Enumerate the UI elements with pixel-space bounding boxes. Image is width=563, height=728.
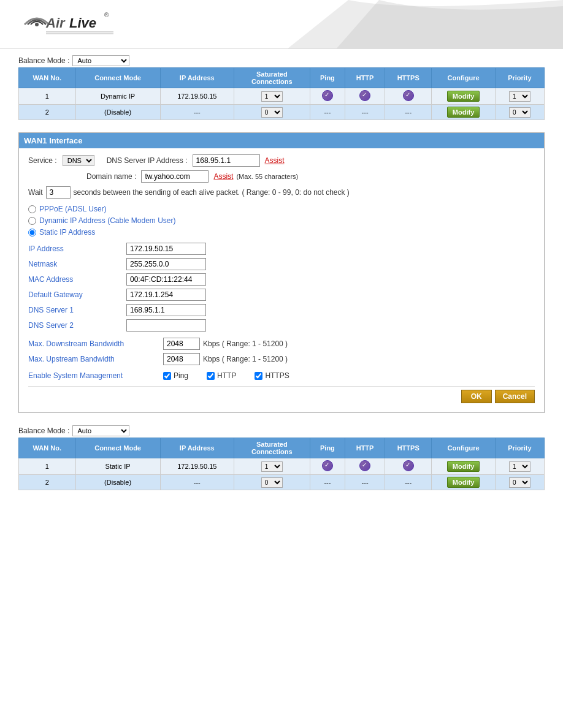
dns2-field[interactable] bbox=[126, 319, 206, 332]
bot-ping-2: --- bbox=[310, 475, 345, 490]
bot-saturated-select-2[interactable]: 01 bbox=[261, 477, 283, 488]
saturated-1[interactable]: 123 bbox=[234, 88, 310, 105]
bot-saturated-select-1[interactable]: 12 bbox=[261, 461, 283, 472]
bot-col-connect-mode: Connect Mode bbox=[75, 438, 160, 458]
netmask-field[interactable] bbox=[126, 258, 206, 270]
bot-priority-1[interactable]: 12 bbox=[495, 458, 544, 475]
wait-label: Wait bbox=[28, 188, 43, 197]
logo-area: Air Live ® bbox=[12, 6, 123, 45]
col-configure: Configure bbox=[432, 68, 495, 88]
dynamic-ip-radio[interactable] bbox=[28, 217, 36, 225]
dns-server-ip-input[interactable] bbox=[193, 154, 260, 167]
bot-col-https: HTTPS bbox=[385, 438, 432, 458]
http-checkbox[interactable] bbox=[207, 372, 215, 380]
dynamic-ip-label: Dynamic IP Address (Cable Modem User) bbox=[39, 216, 176, 225]
col-saturated: SaturatedConnections bbox=[234, 68, 310, 88]
bot-modify-btn-2[interactable]: Modify bbox=[447, 477, 480, 488]
priority-1[interactable]: 123 bbox=[495, 88, 544, 105]
svg-text:Live: Live bbox=[69, 15, 96, 31]
default-gateway-field[interactable] bbox=[126, 289, 206, 301]
bot-http-2: --- bbox=[345, 475, 385, 490]
bot-saturated-1[interactable]: 12 bbox=[234, 458, 310, 475]
bot-https-2: --- bbox=[385, 475, 432, 490]
table-row: 2 (Disable) --- 01 --- --- --- Modify 01 bbox=[19, 105, 545, 120]
col-ping: Ping bbox=[310, 68, 345, 88]
bot-ip-address-2: --- bbox=[160, 475, 234, 490]
saturated-select-2[interactable]: 01 bbox=[261, 107, 283, 118]
priority-select-2[interactable]: 01 bbox=[509, 107, 530, 118]
mgmt-checks: Ping HTTP HTTPS bbox=[163, 371, 289, 380]
bottom-wan-table: WAN No. Connect Mode IP Address Saturate… bbox=[18, 438, 545, 490]
dns-server-ip-label: DNS Server IP Address : bbox=[107, 156, 188, 165]
connect-mode-1: Dynamic IP bbox=[75, 88, 160, 105]
bot-configure-2[interactable]: Modify bbox=[432, 475, 495, 490]
bot-connect-mode-2: (Disable) bbox=[75, 475, 160, 490]
bot-col-priority: Priority bbox=[495, 438, 544, 458]
mac-address-field[interactable] bbox=[126, 273, 206, 286]
bot-saturated-2[interactable]: 01 bbox=[234, 475, 310, 490]
ok-button[interactable]: OK bbox=[461, 390, 492, 403]
bot-col-ping: Ping bbox=[310, 438, 345, 458]
modify-btn-1[interactable]: Modify bbox=[447, 91, 480, 102]
https-1 bbox=[385, 88, 432, 105]
configure-2[interactable]: Modify bbox=[432, 105, 495, 120]
top-balance-select[interactable]: Auto Round Robin By Traffic bbox=[72, 55, 129, 66]
modify-btn-2[interactable]: Modify bbox=[447, 107, 480, 118]
ping-check-item: Ping bbox=[163, 371, 188, 380]
top-balance-bar: Balance Mode : Auto Round Robin By Traff… bbox=[18, 55, 545, 66]
default-gateway-label: Default Gateway bbox=[28, 290, 126, 299]
priority-select-1[interactable]: 123 bbox=[509, 91, 530, 102]
dns1-field[interactable] bbox=[126, 304, 206, 316]
http-check-item: HTTP bbox=[207, 371, 236, 380]
cancel-button[interactable]: Cancel bbox=[495, 390, 535, 403]
service-label: Service : bbox=[28, 156, 57, 165]
bot-configure-1[interactable]: Modify bbox=[432, 458, 495, 475]
max-downstream-label: Max. Downstream Bandwidth bbox=[28, 339, 163, 348]
service-row: Service : DNS Ping DNS Server IP Address… bbox=[28, 154, 535, 167]
col-connect-mode: Connect Mode bbox=[75, 68, 160, 88]
bot-priority-2[interactable]: 01 bbox=[495, 475, 544, 490]
col-wan-no: WAN No. bbox=[19, 68, 76, 88]
bot-modify-btn-1[interactable]: Modify bbox=[447, 461, 480, 472]
svg-text:®: ® bbox=[104, 12, 109, 18]
service-select[interactable]: DNS Ping bbox=[63, 155, 94, 166]
table-row: 2 (Disable) --- 01 --- --- --- Modify 01 bbox=[19, 475, 545, 490]
bot-col-saturated: SaturatedConnections bbox=[234, 438, 310, 458]
wan-no-2: 2 bbox=[19, 105, 76, 120]
pppoe-radio-row: PPPoE (ADSL User) bbox=[28, 205, 535, 213]
bot-priority-select-1[interactable]: 12 bbox=[509, 461, 530, 472]
domain-input[interactable] bbox=[141, 170, 209, 183]
ping-checkbox[interactable] bbox=[163, 372, 171, 380]
max-downstream-input[interactable] bbox=[163, 338, 200, 350]
header: Air Live ® bbox=[0, 0, 563, 49]
dns1-row: DNS Server 1 bbox=[28, 304, 535, 316]
bot-col-http: HTTP bbox=[345, 438, 385, 458]
pppoe-radio[interactable] bbox=[28, 205, 36, 213]
mac-address-label: MAC Address bbox=[28, 275, 126, 284]
ping-1 bbox=[310, 88, 345, 105]
max-upstream-input[interactable] bbox=[163, 353, 200, 365]
static-ip-radio-row: Static IP Address bbox=[28, 228, 535, 237]
https-checkbox[interactable] bbox=[255, 372, 262, 380]
bot-wan-no-2: 2 bbox=[19, 475, 76, 490]
max-upstream-row: Max. Upstream Bandwidth Kbps ( Range: 1 … bbox=[28, 353, 535, 365]
bot-priority-select-2[interactable]: 01 bbox=[509, 477, 530, 488]
col-https: HTTPS bbox=[385, 68, 432, 88]
assist-link-1[interactable]: Assist bbox=[265, 156, 285, 165]
bottom-balance-select[interactable]: Auto Round Robin bbox=[72, 425, 129, 436]
ping-2: --- bbox=[310, 105, 345, 120]
ip-address-field[interactable] bbox=[126, 243, 206, 255]
static-ip-radio[interactable] bbox=[28, 229, 36, 237]
configure-1[interactable]: Modify bbox=[432, 88, 495, 105]
top-section: Balance Mode : Auto Round Robin By Traff… bbox=[18, 55, 545, 120]
netmask-label: Netmask bbox=[28, 260, 126, 268]
assist-note: (Max. 55 characters) bbox=[236, 173, 298, 180]
priority-2[interactable]: 01 bbox=[495, 105, 544, 120]
wait-input[interactable] bbox=[46, 186, 71, 199]
assist-link-2[interactable]: Assist bbox=[213, 172, 233, 181]
dynamic-ip-radio-row: Dynamic IP Address (Cable Modem User) bbox=[28, 216, 535, 225]
saturated-2[interactable]: 01 bbox=[234, 105, 310, 120]
static-ip-label: Static IP Address bbox=[39, 228, 95, 237]
max-downstream-note: Kbps ( Range: 1 - 51200 ) bbox=[203, 339, 288, 348]
saturated-select-1[interactable]: 123 bbox=[261, 91, 283, 102]
